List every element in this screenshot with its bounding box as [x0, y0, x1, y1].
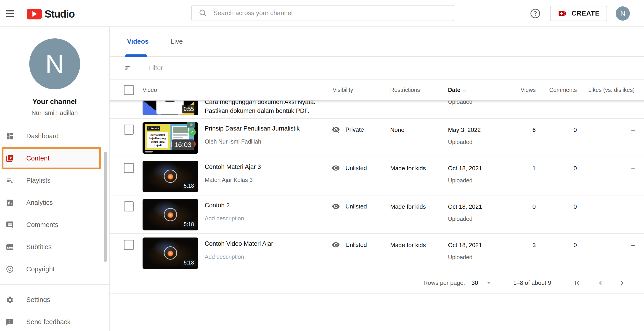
first-page-icon[interactable]	[573, 279, 581, 287]
video-thumbnail[interactable]: 5:18	[142, 199, 198, 230]
visibility-label: Unlisted	[346, 241, 367, 248]
youtube-play-icon	[27, 9, 42, 20]
visibility-cell[interactable]: Private	[332, 126, 364, 134]
video-title[interactable]: Contoh 2	[205, 202, 230, 209]
duration-badge: 5:18	[182, 221, 196, 228]
video-thumbnail[interactable]: 2. Terkini Berita berisi kejadian yang b…	[142, 122, 198, 154]
table-row[interactable]: 5:18 Contoh 2 Add description Unlisted M…	[110, 195, 644, 234]
sidebar-item-label: Dashboard	[26, 132, 59, 140]
col-likes[interactable]: Likes (vs. dislikes)	[588, 87, 635, 93]
table-row[interactable]: 5:18 Contoh Materi Ajar 3 Materi Ajar Ke…	[110, 157, 644, 195]
help-icon[interactable]	[530, 8, 540, 19]
tab-videos[interactable]: Videos	[127, 27, 149, 56]
restrictions-cell: Made for kids	[390, 165, 426, 172]
row-checkbox[interactable]	[124, 201, 134, 211]
sidebar-item-label: Send feedback	[26, 318, 70, 326]
thumb-art: 2. Terkini Berita berisi kejadian yang b…	[145, 124, 170, 150]
filter-bar[interactable]: Filter	[110, 57, 644, 80]
sidebar-item-settings[interactable]: Settings	[0, 289, 109, 311]
subtitles-icon	[6, 243, 14, 251]
rows-per-page-dropdown[interactable]	[486, 279, 492, 286]
restrictions-cell: None	[390, 126, 404, 134]
sidebar-item-send-feedback[interactable]: Send feedback	[0, 311, 109, 331]
table-row[interactable]: 0:55 Cara mengunggah dokumen Aksi Nyata.…	[110, 101, 644, 119]
video-title-line2[interactable]: Pastikan dokumen dalam bentuk PDF.	[205, 107, 309, 115]
channel-header: N Your channel Nur Ismi Fadillah	[0, 38, 109, 117]
search-input[interactable]	[213, 9, 419, 17]
video-thumbnail[interactable]: 0:55	[142, 101, 198, 115]
comments-cell: 0	[574, 165, 577, 172]
account-avatar[interactable]: N	[616, 7, 630, 21]
topbar-right: CREATE N	[530, 0, 630, 27]
video-thumbnail[interactable]: 5:18	[142, 161, 198, 192]
visibility-cell[interactable]: Unlisted	[332, 241, 367, 249]
col-restrictions[interactable]: Restrictions	[390, 87, 420, 93]
topbar: Studio CREATE N	[0, 0, 644, 27]
col-date[interactable]: Date	[448, 87, 468, 93]
sidebar-item-playlists[interactable]: Playlists	[0, 169, 109, 192]
logo-text: Studio	[44, 8, 74, 20]
visibility-cell[interactable]: Unlisted	[332, 202, 367, 210]
col-visibility[interactable]: Visibility	[332, 87, 353, 93]
comments-cell: 0	[574, 203, 577, 210]
active-tab-indicator	[125, 54, 147, 57]
tab-live[interactable]: Live	[171, 27, 183, 56]
create-button[interactable]: CREATE	[550, 6, 607, 21]
next-page-icon[interactable]	[618, 279, 626, 287]
sidebar-item-dashboard[interactable]: Dashboard	[0, 125, 109, 147]
search-bar	[192, 5, 454, 21]
select-all-checkbox[interactable]	[124, 85, 134, 95]
col-comments[interactable]: Comments	[549, 87, 577, 93]
visibility-cell[interactable]: Unlisted	[332, 164, 367, 172]
channel-title: Your channel	[0, 98, 109, 106]
date-type: Uploaded	[448, 139, 472, 145]
sidebar-item-comments[interactable]: Comments	[0, 214, 109, 236]
video-title[interactable]: Contoh Materi Ajar 3	[205, 163, 261, 171]
video-title[interactable]: Prinsip Dasar Penulisan Jurnalistik	[205, 125, 300, 132]
previous-page-icon[interactable]	[596, 279, 604, 287]
col-views[interactable]: Views	[521, 87, 536, 93]
sidebar-item-analytics[interactable]: Analytics	[0, 192, 109, 214]
video-library-icon	[6, 154, 14, 163]
views-cell: 3	[532, 242, 536, 249]
tab-bar: Videos Live	[110, 27, 644, 57]
menu-icon[interactable]	[6, 8, 16, 19]
row-checkbox[interactable]	[124, 240, 134, 250]
sidebar-item-label: Analytics	[26, 199, 53, 206]
sidebar-item-copyright[interactable]: Copyright	[0, 258, 109, 280]
table-row[interactable]: 5:18 Contoh Video Materi Ajar Add descri…	[110, 234, 644, 272]
visibility-icon	[332, 202, 340, 210]
create-label: CREATE	[572, 10, 600, 17]
thumb-card-text: Berita berisi kejadian yang belum lama t…	[147, 133, 168, 147]
thumb-chip-text: 2. Terkini	[147, 126, 160, 131]
visibility-off-icon	[332, 126, 340, 134]
duration-badge: 5:18	[182, 259, 196, 266]
sidebar-item-subtitles[interactable]: Subtitles	[0, 236, 109, 258]
video-subtitle[interactable]: Add description	[205, 253, 244, 260]
rows-per-page-value[interactable]: 30	[472, 279, 478, 286]
table-footer: Rows per page: 30 1–8 of about 9	[110, 272, 644, 294]
copyright-icon	[6, 265, 14, 273]
likes-cell: –	[632, 242, 635, 249]
row-checkbox[interactable]	[124, 163, 134, 173]
analytics-icon	[6, 199, 14, 207]
date-type: Uploaded	[448, 216, 472, 222]
video-subtitle[interactable]: Add description	[205, 215, 244, 222]
sidebar-item-content[interactable]: Content	[2, 147, 101, 169]
sidebar-item-label: Comments	[26, 221, 58, 229]
channel-avatar[interactable]: N	[29, 38, 80, 89]
row-checkbox[interactable]	[124, 125, 134, 135]
duration-badge: 16:03	[172, 139, 194, 150]
filter-icon	[124, 64, 132, 72]
sidebar-scrollbar[interactable]	[104, 152, 107, 262]
studio-logo[interactable]: Studio	[27, 8, 74, 20]
avatar-letter: N	[46, 49, 64, 79]
views-cell: 1	[532, 165, 536, 172]
video-title[interactable]: Contoh Video Materi Ajar	[205, 240, 273, 247]
video-title-line1[interactable]: Cara mengunggah dokumen Aksi Nyata.	[205, 101, 316, 106]
table-row[interactable]: 2. Terkini Berita berisi kejadian yang b…	[110, 119, 644, 157]
sidebar-item-label: Subtitles	[26, 243, 52, 251]
views-cell: 6	[532, 126, 536, 134]
sidebar-item-label: Copyright	[26, 265, 54, 273]
video-thumbnail[interactable]: 5:18	[142, 237, 198, 269]
